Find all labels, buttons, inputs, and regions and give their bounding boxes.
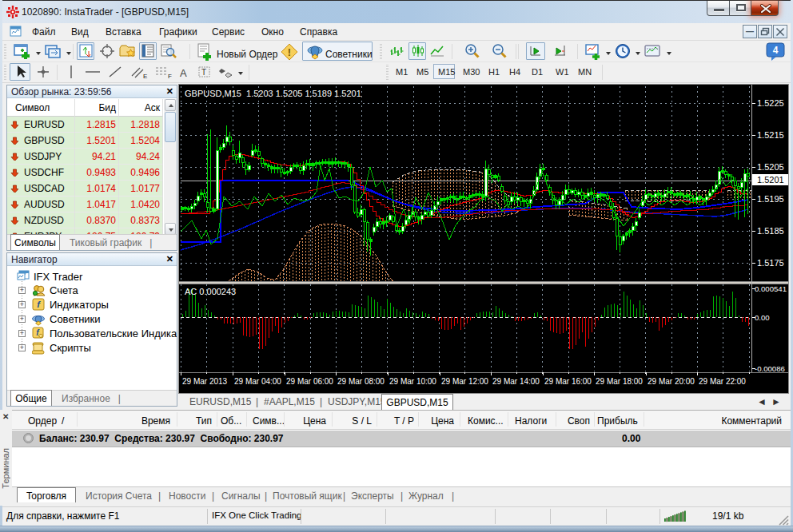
svg-text:F: F — [168, 73, 172, 79]
svg-text:29 Mar 12:00: 29 Mar 12:00 — [441, 377, 488, 386]
svg-text:29 Mar 04:00: 29 Mar 04:00 — [234, 377, 281, 386]
svg-text:29 Mar 16:00: 29 Mar 16:00 — [544, 377, 592, 386]
svg-text:0.00: 0.00 — [755, 313, 770, 322]
svg-text:1.5185: 1.5185 — [757, 226, 784, 236]
svg-text:29 Mar 06:00: 29 Mar 06:00 — [286, 377, 333, 386]
svg-text:-0.00086: -0.00086 — [755, 364, 785, 373]
svg-text:29 Mar 08:00: 29 Mar 08:00 — [337, 377, 385, 386]
svg-text:1.5225: 1.5225 — [757, 98, 784, 108]
svg-text:29 Mar 10:00: 29 Mar 10:00 — [389, 377, 436, 386]
svg-text:1.5215: 1.5215 — [757, 130, 784, 140]
svg-text:1.5205: 1.5205 — [757, 162, 784, 172]
svg-text:4: 4 — [773, 45, 779, 56]
svg-text:1.5201: 1.5201 — [757, 175, 784, 185]
svg-text:AC 0.000243: AC 0.000243 — [185, 287, 236, 296]
svg-text:1.5175: 1.5175 — [757, 258, 784, 268]
svg-text:0.000541: 0.000541 — [755, 284, 787, 293]
svg-text:GBPUSD,M15 1.5203 1.5205 1.51: GBPUSD,M15 1.5203 1.5205 1.5189 1.5201 — [185, 89, 361, 98]
svg-text:!: ! — [288, 46, 291, 58]
svg-text:29 Mar 18:00: 29 Mar 18:00 — [596, 377, 643, 386]
svg-text:29 Mar 14:00: 29 Mar 14:00 — [492, 377, 540, 386]
svg-text:29 Mar 20:00: 29 Mar 20:00 — [648, 377, 695, 386]
svg-text:E: E — [143, 73, 147, 79]
svg-text:29 Mar 2013: 29 Mar 2013 — [182, 377, 228, 386]
svg-text:1.5195: 1.5195 — [757, 194, 784, 204]
svg-text:29 Mar 22:00: 29 Mar 22:00 — [699, 377, 746, 386]
svg-text:T: T — [201, 68, 206, 77]
